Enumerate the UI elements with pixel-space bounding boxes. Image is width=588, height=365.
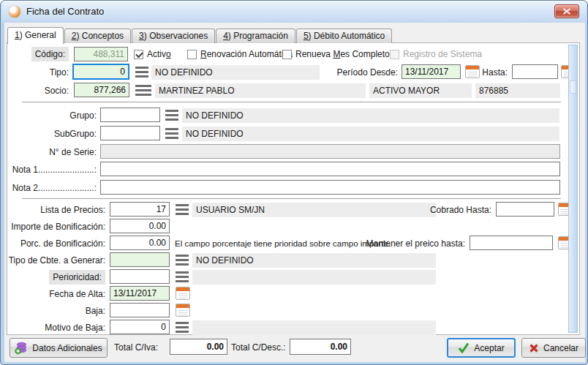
- tipo-field[interactable]: [72, 64, 129, 80]
- cobrado-hasta-field[interactable]: [496, 202, 554, 217]
- database-add-icon: [15, 342, 28, 355]
- tipo-cbte-lookup-icon[interactable]: [176, 255, 189, 266]
- grupo-lookup-icon[interactable]: [165, 110, 178, 121]
- lista-precios-desc-field: USUARIO SM/JN: [192, 203, 436, 217]
- codigo-label: Código:: [31, 47, 69, 61]
- separator: [22, 102, 561, 103]
- close-button[interactable]: [554, 4, 579, 18]
- hasta-field[interactable]: [512, 64, 558, 79]
- nota1-field[interactable]: [100, 162, 560, 176]
- x-icon: [529, 343, 539, 353]
- tab-general[interactable]: 1) General: [7, 27, 64, 44]
- serie-field: [100, 144, 560, 159]
- porc-bonificacion-field[interactable]: [110, 236, 170, 250]
- mantener-precio-field[interactable]: [470, 236, 553, 250]
- app-icon: [9, 6, 20, 18]
- renovacion-automatica-label: Renovación Automática: [200, 49, 293, 59]
- subgrupo-lookup-icon[interactable]: [165, 128, 178, 139]
- dialog-client-area: 1) General 2) Conceptos 3) Observaciones…: [4, 23, 585, 362]
- codigo-field[interactable]: [74, 47, 128, 61]
- tipo-lookup-icon[interactable]: [135, 67, 148, 78]
- tab-conceptos[interactable]: 2) Conceptos: [64, 29, 131, 43]
- motivo-baja-lookup-icon[interactable]: [176, 322, 189, 333]
- lista-precios-field[interactable]: [110, 202, 170, 217]
- activo-label: Activo: [147, 49, 171, 59]
- tipo-desc-field: NO DEFINIDO: [151, 65, 320, 80]
- perioricidad-label: Perioricidad:: [49, 270, 105, 285]
- close-icon: [562, 8, 571, 15]
- lista-precios-label: Lista de Precios:: [40, 203, 105, 217]
- importe-bonificacion-field[interactable]: [110, 219, 170, 233]
- check-icon: [458, 342, 470, 353]
- renueva-mes-completo-label: Renueva Mes Completo: [295, 49, 390, 59]
- socio-nombre-field: MARTINEZ PABLO: [155, 83, 366, 98]
- tab-page-general: Código: Activo Renovación Automática Ren…: [7, 42, 580, 335]
- grupo-desc-field: NO DEFINIDO: [182, 108, 559, 123]
- motivo-baja-field[interactable]: [110, 320, 170, 334]
- grupo-label: Grupo:: [69, 108, 97, 123]
- total-desc-field[interactable]: [290, 339, 351, 355]
- tab-observaciones[interactable]: 3) Observaciones: [132, 29, 215, 43]
- importe-bonificacion-label: Importe de Bonificación:: [11, 219, 105, 234]
- periodo-desde-calendar-icon[interactable]: [465, 65, 480, 78]
- lista-precios-lookup-icon[interactable]: [176, 204, 189, 215]
- window-title: Ficha del Contrato: [26, 1, 104, 22]
- datos-adicionales-button[interactable]: Datos Adicionales: [10, 338, 108, 358]
- checkbox-box: [134, 50, 143, 59]
- periodo-desde-label: Período Desde:: [337, 65, 398, 80]
- motivo-baja-label: Motivo de Baja:: [45, 320, 105, 335]
- baja-field[interactable]: [110, 303, 170, 317]
- socio-lookup-icon[interactable]: [135, 85, 151, 96]
- tipo-label: Tipo:: [50, 65, 69, 80]
- dialog-window: Ficha del Contrato 1) General 2) Concept…: [0, 0, 588, 365]
- mantener-precio-label: Mantener el preico hasta:: [366, 236, 465, 251]
- fecha-alta-field[interactable]: [110, 286, 170, 301]
- aceptar-label: Aceptar: [474, 343, 504, 353]
- porcentaje-hint-text: El campo porcentaje tiene prioridad sobr…: [175, 236, 391, 251]
- subgrupo-desc-field: NO DEFINIDO: [182, 127, 559, 141]
- aceptar-button[interactable]: Aceptar: [447, 338, 516, 358]
- renovacion-automatica-checkbox[interactable]: Renovación Automática: [187, 47, 293, 61]
- checkbox-box: [282, 50, 292, 59]
- renueva-mes-completo-checkbox[interactable]: Renueva Mes Completo: [282, 47, 390, 61]
- tipo-cbte-field[interactable]: [110, 252, 170, 267]
- title-bar: Ficha del Contrato: [1, 1, 587, 23]
- checkbox-box: [187, 50, 197, 59]
- nota2-field[interactable]: [100, 180, 560, 195]
- subgrupo-label: SubGrupo:: [54, 127, 97, 141]
- perioricidad-desc-field: [192, 270, 436, 285]
- socio-categoria-field: ACTIVO MAYOR: [369, 83, 472, 98]
- scrollbar-thumb[interactable]: [570, 80, 576, 94]
- cobrado-hasta-label: Cobrado Hasta:: [430, 203, 491, 217]
- activo-checkbox[interactable]: Activo: [134, 47, 171, 61]
- periodo-desde-field[interactable]: [402, 64, 461, 79]
- grupo-field[interactable]: [100, 108, 160, 122]
- tab-programacion[interactable]: 4) Programación: [216, 29, 295, 43]
- tab-bar: 1) General 2) Conceptos 3) Observaciones…: [7, 26, 393, 43]
- hasta-label: Hasta:: [482, 65, 508, 80]
- separator: [22, 198, 561, 200]
- nota2-label: Nota 2.......................:: [12, 181, 97, 195]
- tipo-cbte-label: Tipo de Cbte. a Generar:: [9, 253, 105, 268]
- baja-calendar-icon[interactable]: [176, 304, 190, 317]
- fecha-alta-label: Fecha de Alta:: [49, 287, 105, 301]
- perioricidad-lookup-icon[interactable]: [176, 271, 189, 282]
- fecha-alta-calendar-icon[interactable]: [176, 287, 190, 300]
- registro-de-sistema-label: Registro de Sistema: [403, 49, 482, 59]
- nota1-label: Nota 1.......................:: [12, 162, 97, 177]
- socio-label: Socio:: [45, 83, 69, 98]
- serie-label: N° de Serie:: [49, 145, 97, 159]
- motivo-baja-desc-field: [192, 320, 436, 335]
- registro-de-sistema-checkbox: Registro de Sistema: [390, 47, 482, 61]
- perioricidad-field[interactable]: [110, 269, 170, 284]
- checkbox-box: [390, 50, 399, 59]
- total-desc-label: Total C/Desc.:: [231, 340, 286, 355]
- vertical-scrollbar[interactable]: [568, 45, 578, 333]
- subgrupo-field[interactable]: [100, 126, 160, 140]
- baja-label: Baja:: [86, 304, 105, 318]
- tab-debito-automatico[interactable]: 5) Débito Automático: [296, 29, 392, 43]
- total-iva-field[interactable]: [170, 339, 227, 355]
- total-iva-label: Total C/Iva:: [114, 340, 158, 355]
- cancelar-button[interactable]: Cancelar: [521, 338, 586, 358]
- socio-field[interactable]: [74, 83, 129, 97]
